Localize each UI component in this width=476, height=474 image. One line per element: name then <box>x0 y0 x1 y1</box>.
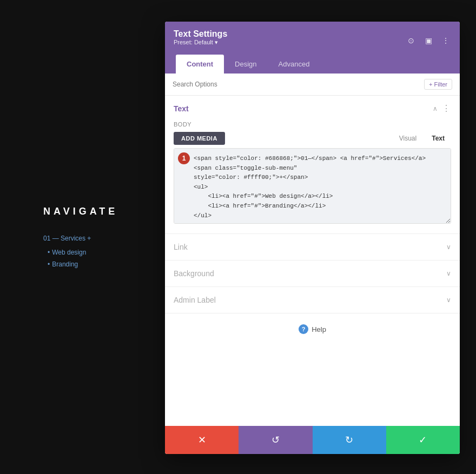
panel-footer: ✕ ↺ ↻ ✓ <box>165 426 460 454</box>
search-bar: + Filter <box>165 74 460 96</box>
add-media-button[interactable]: ADD MEDIA <box>174 132 225 145</box>
body-label: Body <box>174 121 451 128</box>
redo-button[interactable]: ↻ <box>313 426 386 454</box>
text-view-button[interactable]: Text <box>425 132 451 144</box>
background-section-header[interactable]: Background ∨ <box>165 261 460 286</box>
background-section: Background ∨ <box>165 261 460 287</box>
admin-label-section-header[interactable]: Admin Label ∨ <box>165 287 460 313</box>
help-section: ? Help <box>165 313 460 345</box>
background-section-chevron-icon: ∨ <box>446 270 451 277</box>
link-section-title: Link <box>174 243 188 251</box>
help-icon[interactable]: ? <box>299 324 308 334</box>
tab-design[interactable]: Design <box>224 55 267 74</box>
nav-sub-item-2: Branding <box>43 261 118 268</box>
panel-preset: Preset: Default ▾ <box>174 39 227 46</box>
panel-body: + Filter Text ∧ ⋮ Body ADD MEDIA Visual … <box>165 74 460 426</box>
save-button[interactable]: ✓ <box>386 426 460 454</box>
header-icons: ⊙ ▣ ⋮ <box>406 35 451 46</box>
nav-main-item: 01 — Services + <box>43 235 118 242</box>
help-text[interactable]: Help <box>312 325 326 333</box>
visual-view-button[interactable]: Visual <box>393 132 423 144</box>
nav-sub-item-1: Web design <box>43 249 118 256</box>
text-section-more-icon[interactable]: ⋮ <box>442 103 451 114</box>
text-section-header[interactable]: Text ∧ ⋮ <box>165 96 460 121</box>
code-editor[interactable]: <span style="color: #686868;">01—</span>… <box>174 148 451 224</box>
responsive-icon[interactable]: ⊙ <box>406 35 416 46</box>
site-navigation: NAVIGATE 01 — Services + Web design Bran… <box>43 206 118 268</box>
text-section: Text ∧ ⋮ Body ADD MEDIA Visual Text 1 <box>165 96 460 234</box>
more-options-icon[interactable]: ⋮ <box>440 35 451 46</box>
layout-icon[interactable]: ▣ <box>423 35 434 46</box>
cancel-button[interactable]: ✕ <box>165 426 239 454</box>
panel-title: Text Settings <box>174 29 227 39</box>
undo-button[interactable]: ↺ <box>239 426 312 454</box>
tab-advanced[interactable]: Advanced <box>268 55 321 74</box>
step-badge: 1 <box>178 152 190 164</box>
tab-content[interactable]: Content <box>176 55 224 74</box>
code-editor-wrap: 1 <span style="color: #686868;">01—</spa… <box>174 148 451 226</box>
text-section-title: Text <box>174 104 189 113</box>
text-section-body: Body ADD MEDIA Visual Text 1 <span style… <box>165 121 460 233</box>
admin-label-section: Admin Label ∨ <box>165 287 460 313</box>
link-section-header[interactable]: Link ∨ <box>165 234 460 260</box>
admin-label-section-title: Admin Label <box>174 296 216 304</box>
link-section-chevron-icon: ∨ <box>446 243 451 251</box>
background-section-title: Background <box>174 269 214 278</box>
site-logo: NAVIGATE <box>43 206 118 217</box>
text-section-chevron-up-icon: ∧ <box>433 105 438 112</box>
link-section: Link ∨ <box>165 234 460 261</box>
search-options-input[interactable] <box>173 81 424 88</box>
panel-tabs: Content Design Advanced <box>174 55 451 74</box>
admin-label-section-chevron-icon: ∨ <box>446 296 451 304</box>
filter-button[interactable]: + Filter <box>424 79 452 90</box>
editor-toolbar: ADD MEDIA Visual Text <box>174 132 451 145</box>
settings-panel: Text Settings Preset: Default ▾ ⊙ ▣ ⋮ Co… <box>165 22 460 454</box>
panel-header: Text Settings Preset: Default ▾ ⊙ ▣ ⋮ Co… <box>165 22 460 74</box>
view-toggle: Visual Text <box>393 132 451 144</box>
